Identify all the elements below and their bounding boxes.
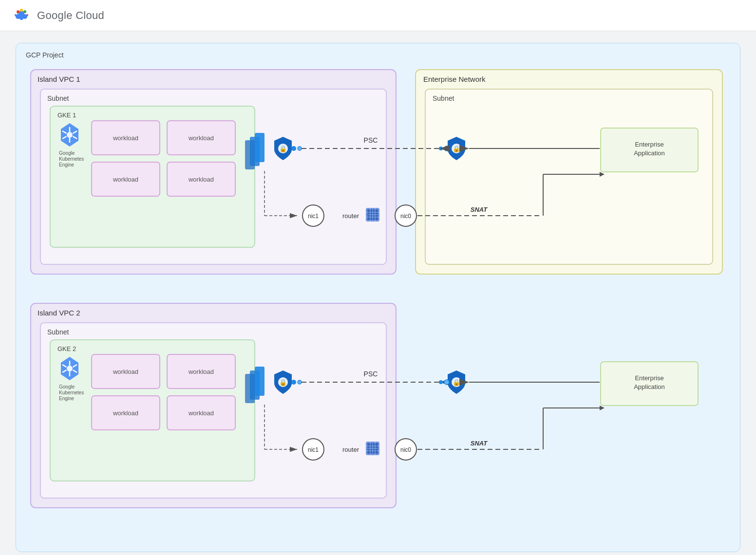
svg-point-38: [298, 147, 302, 150]
svg-text:Island VPC 1: Island VPC 1: [38, 75, 80, 83]
svg-text:Engine: Engine: [59, 162, 75, 167]
svg-point-49: [439, 147, 443, 150]
svg-text:🔒: 🔒: [279, 145, 287, 153]
svg-text:GKE 2: GKE 2: [57, 345, 76, 352]
svg-text:Google: Google: [59, 384, 75, 389]
svg-text:Kubernetes: Kubernetes: [59, 156, 84, 162]
svg-text:SNAT: SNAT: [471, 440, 488, 447]
svg-rect-34: [255, 133, 265, 162]
svg-text:nic0: nic0: [400, 446, 411, 453]
svg-text:workload: workload: [113, 368, 138, 375]
svg-text:Enterprise: Enterprise: [635, 141, 663, 148]
svg-text:🔒: 🔒: [453, 145, 461, 153]
svg-point-6: [23, 10, 26, 13]
svg-text:workload: workload: [113, 134, 138, 142]
svg-point-122: [439, 380, 443, 384]
svg-text:Engine: Engine: [59, 396, 75, 401]
svg-text:Subnet: Subnet: [47, 328, 69, 336]
google-cloud-logo-icon: [12, 6, 31, 25]
svg-point-3: [19, 16, 23, 20]
svg-point-89: [67, 366, 73, 371]
svg-text:Subnet: Subnet: [47, 94, 69, 102]
gcp-project-label: GCP Project: [26, 51, 730, 59]
svg-text:workload: workload: [113, 409, 138, 417]
svg-text:Application: Application: [634, 149, 665, 157]
svg-text:Application: Application: [634, 383, 665, 390]
svg-point-113: [298, 380, 302, 384]
svg-rect-41: [425, 89, 713, 264]
header-title: Google Cloud: [37, 9, 104, 22]
svg-point-37: [291, 146, 296, 151]
svg-text:workload: workload: [188, 134, 214, 142]
svg-text:Kubernetes: Kubernetes: [59, 390, 84, 395]
svg-point-121: [444, 380, 449, 385]
svg-text:🔒: 🔒: [453, 378, 461, 387]
gcp-project-box: GCP Project Island VPC 1 Subnet GKE 1: [16, 43, 740, 552]
architecture-diagram: Island VPC 1 Subnet GKE 1 Google: [26, 65, 737, 542]
svg-text:nic0: nic0: [400, 213, 411, 220]
svg-text:SNAT: SNAT: [471, 206, 488, 213]
svg-text:Enterprise: Enterprise: [635, 374, 663, 382]
svg-text:nic1: nic1: [308, 213, 319, 220]
svg-text:Enterprise Network: Enterprise Network: [423, 75, 486, 83]
header: Google Cloud: [0, 0, 756, 31]
svg-text:PSC: PSC: [364, 136, 378, 144]
svg-text:Subnet: Subnet: [433, 94, 454, 102]
svg-text:workload: workload: [188, 409, 214, 417]
svg-text:🔒: 🔒: [279, 378, 287, 387]
svg-text:GKE 1: GKE 1: [57, 111, 76, 119]
svg-point-14: [67, 132, 73, 138]
svg-point-5: [20, 9, 23, 12]
svg-text:workload: workload: [188, 368, 214, 375]
svg-point-4: [17, 10, 19, 13]
svg-text:workload: workload: [188, 176, 214, 183]
svg-text:nic1: nic1: [308, 446, 319, 453]
svg-text:Island VPC 2: Island VPC 2: [38, 309, 80, 317]
svg-text:router: router: [342, 446, 359, 453]
svg-rect-109: [255, 367, 265, 396]
svg-point-48: [444, 146, 449, 151]
svg-text:Google: Google: [59, 150, 75, 156]
svg-text:router: router: [342, 212, 359, 220]
svg-point-112: [291, 380, 296, 385]
svg-text:PSC: PSC: [364, 370, 378, 378]
svg-marker-152: [600, 406, 605, 410]
svg-text:workload: workload: [113, 176, 138, 183]
main-content: GCP Project Island VPC 1 Subnet GKE 1: [0, 31, 756, 555]
